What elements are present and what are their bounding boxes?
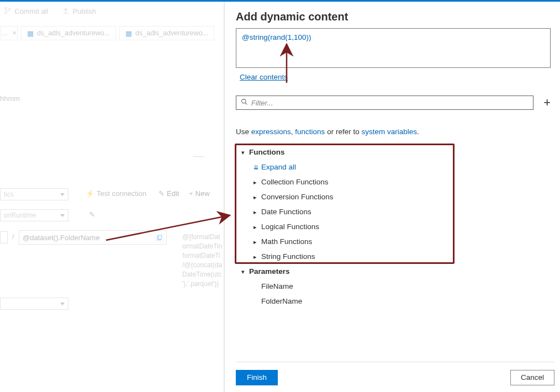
svg-point-0	[5, 7, 7, 9]
tab-label: ds_adls_adventurewo...	[37, 29, 110, 37]
tab-overflow-label: …	[1, 29, 8, 37]
tab-dataset-2[interactable]: ▦ ds_adls_adventurewo...	[119, 26, 214, 40]
tab-label: ds_adls_adventurewo...	[135, 29, 208, 37]
plus-icon: +	[189, 189, 193, 198]
test-connection-link[interactable]: ⚡Test connection	[86, 189, 146, 198]
search-icon	[241, 98, 248, 107]
cancel-button[interactable]: Cancel	[510, 370, 554, 385]
tree-math-functions[interactable]: ▸Math Functions	[253, 238, 334, 246]
tree-label: Math Functions	[261, 238, 312, 246]
tree-param-foldername[interactable]: ▸FolderName	[253, 298, 334, 305]
tree-collection-functions[interactable]: ▸Collection Functions	[253, 178, 334, 186]
dynamic-content-panel: Add dynamic content Clear contents Filte…	[224, 2, 560, 392]
tree-label: Conversion Functions	[261, 193, 334, 201]
chevron-down-icon[interactable]	[60, 214, 65, 217]
pencil-icon: ✎	[159, 189, 165, 198]
content-tree: ▾Functions ⇊Expand all ▸Collection Funct…	[241, 149, 334, 312]
lightning-icon: ⚡	[86, 189, 94, 198]
tab-overflow[interactable]: … ×	[0, 26, 18, 40]
tree-label: Functions	[249, 149, 285, 156]
expression-input[interactable]	[236, 28, 551, 68]
tab-dataset-1[interactable]: ▦ ds_adls_adventurewo...	[21, 26, 116, 40]
functions-link[interactable]: functions	[295, 128, 325, 136]
tree-parameters[interactable]: ▾Parameters	[241, 268, 334, 276]
tree-string-functions[interactable]: ▸String Functions	[253, 253, 334, 261]
tree-label: Date Functions	[261, 208, 311, 216]
publish-button[interactable]: Publish	[72, 7, 96, 15]
new-link[interactable]: +New	[189, 189, 210, 198]
add-button[interactable]: +	[543, 97, 551, 109]
svg-point-5	[242, 99, 246, 103]
tree-label: Parameters	[249, 268, 290, 276]
dataset-icon: ▦	[27, 29, 34, 38]
close-icon[interactable]: ×	[13, 29, 17, 37]
tree-expand-all[interactable]: ⇊Expand all	[253, 163, 334, 171]
tree-logical-functions[interactable]: ▸Logical Functions	[253, 223, 334, 231]
svg-line-6	[245, 103, 247, 104]
pencil-icon[interactable]: ✎	[89, 210, 95, 219]
svg-point-1	[5, 12, 7, 14]
tree-label: FileName	[261, 283, 293, 290]
tree-functions[interactable]: ▾Functions	[241, 149, 334, 156]
dropdown-runtime-label: onRuntime	[4, 211, 36, 219]
chevron-down-icon[interactable]	[60, 193, 65, 196]
commit-all-button[interactable]: Commit all	[14, 7, 48, 15]
system-variables-link[interactable]: system variables	[361, 128, 417, 136]
filter-placeholder: Filter...	[251, 99, 273, 107]
help-text: Use expressions, functions or refer to s…	[236, 128, 419, 136]
dropdown-tics-label: tics	[4, 190, 14, 198]
foldername-value: @dataset().FolderName	[23, 234, 100, 242]
copy-icon[interactable]	[154, 233, 164, 243]
edit-link[interactable]: ✎Edit	[159, 189, 179, 198]
minimize-icon: —	[193, 150, 204, 162]
tree-label: Expand all	[261, 163, 296, 171]
tree-label: Logical Functions	[261, 223, 319, 231]
panel-title: Add dynamic content	[236, 10, 348, 23]
tree-param-filename[interactable]: ▸FileName	[253, 283, 334, 290]
background-editor: Commit all Publish … × ▦ ds_adls_adventu…	[0, 2, 224, 392]
tree-conversion-functions[interactable]: ▸Conversion Functions	[253, 193, 334, 201]
dataset-icon: ▦	[125, 29, 132, 38]
tree-label: String Functions	[261, 253, 315, 261]
format-hint: hhmm	[0, 94, 20, 103]
foldername-input[interactable]: @dataset().FolderName	[19, 230, 167, 245]
finish-button[interactable]: Finish	[236, 370, 278, 385]
branch-icon	[3, 7, 12, 16]
filter-input[interactable]: Filter...	[236, 96, 533, 110]
svg-point-2	[9, 8, 11, 10]
tree-label: FolderName	[261, 298, 302, 305]
expressions-link[interactable]: expressions	[251, 128, 291, 136]
tree-label: Collection Functions	[261, 178, 329, 186]
path-sep: /	[12, 232, 14, 241]
expression-preview: @{formatDat ormatDateTin formatDateTi /@…	[182, 232, 222, 289]
chevron-down-icon[interactable]	[60, 303, 65, 305]
clear-contents-link[interactable]: Clear contents	[240, 73, 288, 81]
tree-date-functions[interactable]: ▸Date Functions	[253, 208, 334, 216]
publish-icon	[61, 7, 70, 16]
svg-rect-4	[159, 236, 162, 240]
